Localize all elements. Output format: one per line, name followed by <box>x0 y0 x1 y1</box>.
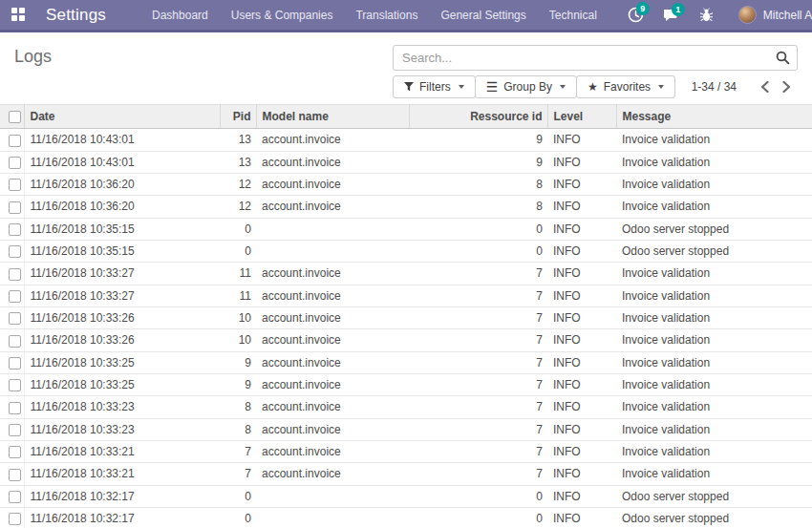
table-row[interactable]: 11/16/2018 10:35:1500INFOOdoo server sto… <box>0 218 812 240</box>
cell-level: INFO <box>547 263 616 285</box>
cell-date: 11/16/2018 10:43:01 <box>24 129 220 151</box>
cell-message: Odoo server stopped <box>616 507 812 528</box>
activities-menu[interactable]: 9 <box>628 7 644 23</box>
menu-item-dashboard[interactable]: Dashboard <box>140 0 220 30</box>
favorites-button[interactable]: ★ Favorites <box>576 75 675 98</box>
table-row[interactable]: 11/16/2018 10:32:1700INFOOdoo server sto… <box>0 485 812 507</box>
table-row[interactable]: 11/16/2018 10:33:2610account.invoice7INF… <box>0 306 812 328</box>
cell-message: Invoice validation <box>616 396 812 418</box>
cell-resid: 7 <box>409 306 547 328</box>
menu-item-general-settings[interactable]: General Settings <box>429 0 537 30</box>
filters-button[interactable]: Filters <box>393 75 476 98</box>
select-all-checkbox[interactable] <box>9 111 21 123</box>
cell-pid: 7 <box>220 440 256 462</box>
cell-level: INFO <box>547 196 616 218</box>
row-checkbox[interactable] <box>9 179 21 191</box>
cell-message: Invoice validation <box>616 196 812 218</box>
column-header-pid[interactable]: Pid <box>220 105 256 129</box>
cell-date: 11/16/2018 10:33:27 <box>24 285 220 306</box>
systray: 9 1 Mitchell Admin (Odoo_12) <box>609 6 812 24</box>
search-icon[interactable] <box>776 51 790 69</box>
pager-value[interactable]: 1-34 / 34 <box>692 80 737 94</box>
group-by-button[interactable]: ☰ Group By <box>475 75 577 98</box>
menu-item-users-companies[interactable]: Users & Companies <box>220 0 345 30</box>
table-row[interactable]: 11/16/2018 10:32:1700INFOOdoo server sto… <box>0 507 812 528</box>
cell-pid: 0 <box>220 218 256 240</box>
messages-badge: 1 <box>672 3 685 16</box>
activities-badge: 9 <box>636 2 650 15</box>
cell-message: Invoice validation <box>616 285 812 306</box>
cell-date: 11/16/2018 10:43:01 <box>24 151 220 173</box>
column-header-model-name[interactable]: Model name <box>256 105 409 129</box>
cell-model <box>256 507 409 528</box>
row-checkbox[interactable] <box>9 268 21 281</box>
row-checkbox[interactable] <box>9 157 21 169</box>
pager-previous-button[interactable] <box>754 81 776 93</box>
table-row[interactable]: 11/16/2018 10:35:1500INFOOdoo server sto… <box>0 240 812 262</box>
cell-resid: 7 <box>409 263 547 285</box>
row-checkbox[interactable] <box>9 402 21 414</box>
table-row[interactable]: 11/16/2018 10:33:217account.invoice7INFO… <box>0 463 812 485</box>
cell-pid: 0 <box>220 507 256 528</box>
cell-level: INFO <box>547 218 616 240</box>
cell-level: INFO <box>547 396 616 418</box>
row-checkbox[interactable] <box>9 223 21 236</box>
cell-pid: 10 <box>220 329 256 351</box>
column-header-level[interactable]: Level <box>547 105 616 129</box>
table-row[interactable]: 11/16/2018 10:33:238account.invoice7INFO… <box>0 396 812 418</box>
cell-level: INFO <box>547 440 616 462</box>
table-row[interactable]: 11/16/2018 10:36:2012account.invoice8INF… <box>0 196 812 218</box>
cell-message: Invoice validation <box>616 151 812 173</box>
table-row[interactable]: 11/16/2018 10:43:0113account.invoice9INF… <box>0 151 812 173</box>
table-row[interactable]: 11/16/2018 10:33:259account.invoice7INFO… <box>0 373 812 395</box>
row-checkbox[interactable] <box>9 245 21 258</box>
row-checkbox[interactable] <box>9 469 21 481</box>
cell-message: Invoice validation <box>616 351 812 373</box>
column-header-date[interactable]: Date <box>24 105 220 129</box>
row-checkbox[interactable] <box>9 491 21 503</box>
column-header-message[interactable]: Message <box>616 105 812 129</box>
app-title[interactable]: Settings <box>46 6 106 25</box>
menu-item-translations[interactable]: Translations <box>344 0 429 30</box>
debug-menu[interactable] <box>699 8 714 23</box>
cell-model: account.invoice <box>256 285 409 306</box>
table-row[interactable]: 11/16/2018 10:43:0113account.invoice9INF… <box>0 129 812 151</box>
row-checkbox[interactable] <box>9 446 21 458</box>
row-checkbox[interactable] <box>9 357 21 370</box>
table-row[interactable]: 11/16/2018 10:36:2012account.invoice8INF… <box>0 173 812 195</box>
row-checkbox[interactable] <box>9 201 21 214</box>
cell-message: Odoo server stopped <box>616 485 812 507</box>
menu-item-technical[interactable]: Technical <box>538 0 609 30</box>
row-checkbox[interactable] <box>9 135 21 147</box>
cell-pid: 8 <box>220 396 256 418</box>
row-checkbox[interactable] <box>9 424 21 436</box>
row-checkbox[interactable] <box>9 379 21 391</box>
apps-menu-icon[interactable] <box>11 8 25 22</box>
row-checkbox[interactable] <box>9 290 21 303</box>
user-name: Mitchell Admin (Odoo_12) <box>763 9 812 22</box>
pager-next-button[interactable] <box>776 81 798 93</box>
table-row[interactable]: 11/16/2018 10:33:238account.invoice7INFO… <box>0 418 812 440</box>
cell-date: 11/16/2018 10:33:21 <box>24 463 220 485</box>
cell-model: account.invoice <box>256 151 409 173</box>
cell-resid: 7 <box>409 351 547 373</box>
row-checkbox[interactable] <box>9 312 21 325</box>
table-row[interactable]: 11/16/2018 10:33:2610account.invoice7INF… <box>0 329 812 351</box>
row-checkbox[interactable] <box>9 335 21 348</box>
cell-resid: 9 <box>409 151 547 173</box>
table-row[interactable]: 11/16/2018 10:33:2711account.invoice7INF… <box>0 285 812 306</box>
column-header-ressource-id[interactable]: Ressource id <box>409 105 547 129</box>
table-row[interactable]: 11/16/2018 10:33:259account.invoice7INFO… <box>0 351 812 373</box>
user-menu[interactable]: Mitchell Admin (Odoo_12) <box>738 6 812 24</box>
cell-message: Invoice validation <box>616 129 812 151</box>
table-row[interactable]: 11/16/2018 10:33:2711account.invoice7INF… <box>0 263 812 285</box>
cell-resid: 7 <box>409 440 547 462</box>
row-checkbox[interactable] <box>9 513 21 525</box>
cell-model: account.invoice <box>256 463 409 485</box>
search-input[interactable] <box>393 45 798 71</box>
table-row[interactable]: 11/16/2018 10:33:217account.invoice7INFO… <box>0 440 812 462</box>
cell-pid: 8 <box>220 418 256 440</box>
cell-level: INFO <box>547 151 616 173</box>
cell-model: account.invoice <box>256 396 409 418</box>
messages-menu[interactable]: 1 <box>663 8 680 23</box>
